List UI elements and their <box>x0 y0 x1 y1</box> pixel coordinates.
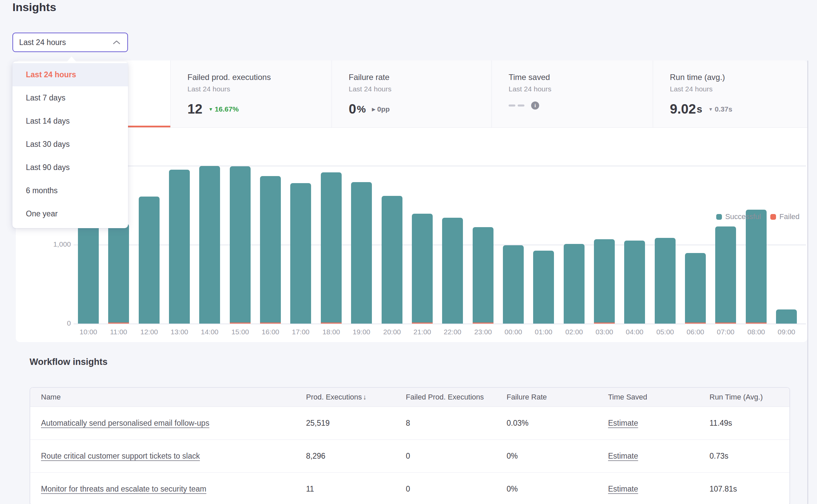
metric-tab-title: Failure rate <box>349 73 491 82</box>
bar-successful-08:00 <box>746 210 767 323</box>
time-range-option-last-30-days[interactable]: Last 30 days <box>12 133 128 156</box>
cell-failure-rate: 0% <box>507 485 608 494</box>
column-header-label: Run Time (Avg.) <box>710 393 763 402</box>
column-header-name[interactable]: Name <box>30 393 306 402</box>
metric-tab-value-row: i <box>509 101 653 110</box>
workflow-insights-heading: Workflow insights <box>30 357 108 367</box>
metric-tab-time-saved[interactable]: Time savedLast 24 hoursi <box>491 60 653 127</box>
table-header-row: NameProd. Executions↓Failed Prod. Execut… <box>30 388 789 407</box>
x-axis-label-13:00: 13:00 <box>163 328 196 336</box>
x-axis-label-22:00: 22:00 <box>436 328 469 336</box>
metric-tab-delta-text: 0.37s <box>715 105 732 113</box>
bar-05:00 <box>655 238 676 324</box>
sort-desc-icon: ↓ <box>363 393 367 401</box>
time-range-option-last-90-days[interactable]: Last 90 days <box>12 156 128 179</box>
x-axis-label-23:00: 23:00 <box>466 328 500 336</box>
triangle-down-icon: ▼ <box>209 107 213 112</box>
bar-successful-11:00 <box>108 224 129 323</box>
legend-item-failed[interactable]: Failed <box>770 212 800 221</box>
bar-04:00 <box>624 241 645 324</box>
bar-failed-08:00 <box>746 323 767 324</box>
column-header-label: Name <box>41 393 61 402</box>
bar-21:00 <box>412 214 433 324</box>
triangle-down-icon: ▼ <box>708 107 713 112</box>
x-axis-label-20:00: 20:00 <box>375 328 409 336</box>
bar-successful-22:00 <box>442 218 463 324</box>
page-title: Insights <box>12 1 56 14</box>
column-header-failed-prod-executions[interactable]: Failed Prod. Executions <box>406 393 507 402</box>
bar-successful-23:00 <box>473 227 493 323</box>
cell-prod-executions: 11 <box>306 485 406 494</box>
x-axis-label-17:00: 17:00 <box>284 328 317 336</box>
time-range-option-one-year[interactable]: One year <box>12 202 128 225</box>
insights-panel: Failed prod. executionsLast 24 hours12▼1… <box>16 60 807 342</box>
x-axis-label-08:00: 08:00 <box>739 328 773 336</box>
bar-successful-14:00 <box>199 166 220 324</box>
metric-tab-value: 9.02 <box>670 101 696 117</box>
bar-successful-21:00 <box>412 214 433 323</box>
link-time-saved[interactable]: Estimate <box>608 452 710 461</box>
time-range-dropdown-menu: Last 24 hoursLast 7 daysLast 14 daysLast… <box>12 61 128 228</box>
info-icon[interactable]: i <box>531 101 539 110</box>
time-range-select[interactable]: Last 24 hours <box>12 33 128 52</box>
legend-swatch-failed <box>770 214 776 220</box>
metric-tab-unit: % <box>357 103 366 115</box>
bar-successful-15:00 <box>230 166 251 323</box>
bar-successful-19:00 <box>351 182 372 324</box>
time-range-option-last-7-days[interactable]: Last 7 days <box>12 86 128 110</box>
time-range-option-last-24-hours[interactable]: Last 24 hours <box>12 63 128 86</box>
metric-tab-value-row: 12▼16.67% <box>187 101 332 117</box>
time-range-option-6-months[interactable]: 6 months <box>12 179 128 202</box>
table-row: Automatically send personalised email fo… <box>30 407 789 439</box>
legend-item-successful[interactable]: Successful <box>716 212 761 221</box>
metric-tab-failed-prod-executions[interactable]: Failed prod. executionsLast 24 hours12▼1… <box>170 60 332 127</box>
cell-run-time: 0.73s <box>710 452 789 461</box>
x-axis-label-14:00: 14:00 <box>193 328 226 336</box>
cell-run-time: 107.81s <box>710 485 789 494</box>
bar-failed-21:00 <box>412 323 433 324</box>
metric-tab-delta-text: 0pp <box>377 105 390 113</box>
x-axis-label-04:00: 04:00 <box>618 328 651 336</box>
link-name[interactable]: Automatically send personalised email fo… <box>30 419 306 428</box>
column-header-label: Time Saved <box>608 393 647 402</box>
metric-tab-value-row: 9.02s▼0.37s <box>670 101 807 117</box>
dash <box>509 104 515 107</box>
bar-11:00 <box>108 224 129 324</box>
metric-tab-failure-rate[interactable]: Failure rateLast 24 hours0%▶0pp <box>332 60 491 127</box>
metric-tab-value: 12 <box>187 101 203 117</box>
table-body: Automatically send personalised email fo… <box>30 407 789 504</box>
column-header-run-time-avg-[interactable]: Run Time (Avg.) <box>710 393 789 402</box>
bar-06:00 <box>685 253 706 324</box>
metric-tab-unit: s <box>697 103 702 115</box>
cell-failure-rate: 0% <box>507 452 608 461</box>
y-axis-label: 0 <box>34 319 71 327</box>
link-name[interactable]: Route critical customer support tickets … <box>30 452 306 461</box>
bar-successful-20:00 <box>382 196 402 324</box>
bar-successful-13:00 <box>169 170 190 324</box>
link-time-saved[interactable]: Estimate <box>608 485 710 494</box>
metric-tab-run-time-avg[interactable]: Run time (avg.)Last 24 hours9.02s▼0.37s <box>653 60 807 127</box>
legend-label: Failed <box>779 212 800 221</box>
time-range-option-last-14-days[interactable]: Last 14 days <box>12 110 128 133</box>
x-axis-label-09:00: 09:00 <box>770 328 803 336</box>
column-header-label: Failed Prod. Executions <box>406 393 484 402</box>
column-header-failure-rate[interactable]: Failure Rate <box>507 393 608 402</box>
metric-tab-delta: ▼0.37s <box>708 105 732 113</box>
bar-successful-01:00 <box>533 251 554 324</box>
metric-tab-title: Run time (avg.) <box>670 73 807 82</box>
bar-failed-16:00 <box>260 323 281 324</box>
column-header-time-saved[interactable]: Time Saved <box>608 393 710 402</box>
scrollbar[interactable] <box>807 60 808 504</box>
metric-tab-subtitle: Last 24 hours <box>670 85 807 93</box>
metric-tab-subtitle: Last 24 hours <box>187 85 332 93</box>
column-header-prod-executions[interactable]: Prod. Executions↓ <box>306 393 406 402</box>
chart-legend: SuccessfulFailed <box>716 212 800 221</box>
bar-successful-02:00 <box>564 244 585 324</box>
link-name[interactable]: Monitor for threats and escalate to secu… <box>30 485 306 494</box>
bar-successful-18:00 <box>321 172 342 323</box>
metric-tab-subtitle: Last 24 hours <box>509 85 653 93</box>
link-time-saved[interactable]: Estimate <box>608 419 710 428</box>
metric-tab-value: 0 <box>349 101 356 117</box>
bar-successful-16:00 <box>260 176 281 323</box>
bar-successful-06:00 <box>685 253 706 323</box>
